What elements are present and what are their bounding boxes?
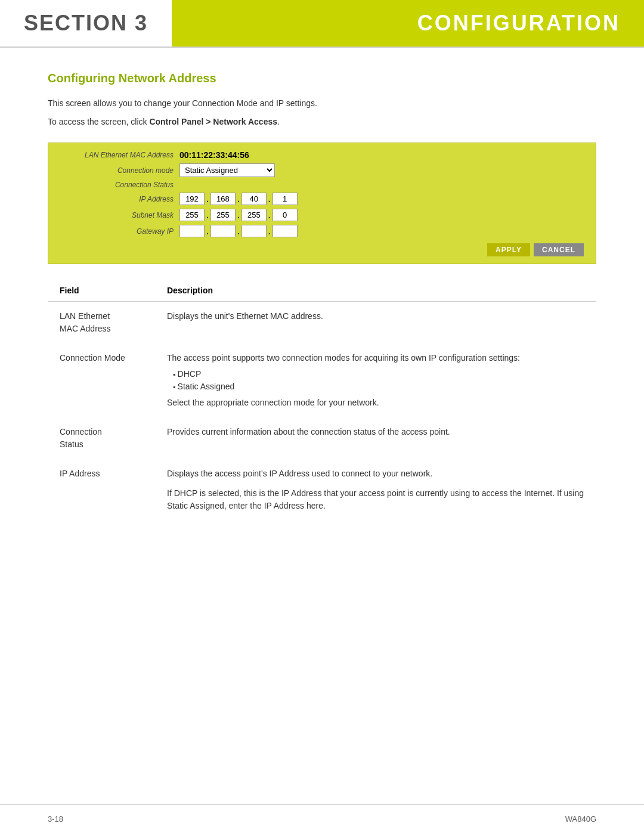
desc-status: Provides current information about the c… — [155, 417, 596, 459]
gateway-octet-1[interactable] — [179, 225, 205, 237]
section-label: SECTION 3 — [24, 11, 148, 36]
field-status: ConnectionStatus — [48, 417, 155, 459]
gateway-octet-4[interactable] — [273, 225, 298, 237]
section-title: Configuring Network Address — [48, 72, 596, 85]
subnet-octet-2[interactable] — [210, 209, 236, 221]
gateway-label: Gateway IP — [60, 227, 179, 236]
mac-label: LAN Ethernet MAC Address — [60, 151, 179, 159]
main-content: Configuring Network Address This screen … — [0, 48, 644, 562]
ip-label: IP Address — [60, 195, 179, 203]
subnet-label: Subnet Mask — [60, 211, 179, 219]
field-mode: Connection Mode — [48, 343, 155, 417]
ip-dot-3: . — [268, 194, 271, 204]
gateway-octet-2[interactable] — [210, 225, 236, 237]
gateway-ip-row: Gateway IP . . . — [60, 225, 584, 237]
intro-paragraph-1: This screen allows you to change your Co… — [48, 97, 596, 110]
ip-dot-2: . — [237, 194, 240, 204]
gateway-dot-2: . — [237, 227, 240, 236]
desc-ip: Displays the access point's IP Address u… — [155, 459, 596, 521]
bullet-static: Static Assigned — [173, 380, 584, 393]
field-mac: LAN EthernetMAC Address — [48, 302, 155, 344]
config-label: CONFIGURATION — [417, 11, 620, 36]
mac-row: LAN Ethernet MAC Address 00:11:22:33:44:… — [60, 150, 584, 160]
table-row: Connection Mode The access point support… — [48, 343, 596, 417]
mode-bullet-list: DHCP Static Assigned — [167, 368, 584, 393]
col-header-description: Description — [155, 282, 596, 302]
mode-label: Connection mode — [60, 166, 179, 175]
subnet-octet-4[interactable] — [273, 209, 298, 221]
gateway-dot-1: . — [206, 227, 209, 236]
footer-model-number: WA840G — [565, 815, 596, 823]
cancel-button[interactable]: CANCEL — [534, 243, 584, 256]
ip-dot-1: . — [206, 194, 209, 204]
mac-value: 00:11:22:33:44:56 — [179, 150, 249, 160]
gateway-octet-3[interactable] — [242, 225, 267, 237]
page-header: SECTION 3 CONFIGURATION — [0, 0, 644, 48]
ip-octet-3[interactable] — [242, 193, 267, 205]
config-buttons: APPLY CANCEL — [60, 243, 584, 256]
table-row: ConnectionStatus Provides current inform… — [48, 417, 596, 459]
ip-address-group: . . . — [179, 193, 298, 205]
subnet-dot-2: . — [237, 210, 240, 220]
gateway-ip-group: . . . — [179, 225, 298, 237]
subnet-mask-group: . . . — [179, 209, 298, 221]
section-label-block: SECTION 3 — [0, 0, 172, 47]
gateway-dot-3: . — [268, 227, 271, 236]
subnet-dot-1: . — [206, 210, 209, 220]
intro-paragraph-2: To access the screen, click Control Pane… — [48, 116, 596, 128]
desc-mac: Displays the unit's Ethernet MAC address… — [155, 302, 596, 344]
config-label-block: CONFIGURATION — [172, 0, 644, 47]
subnet-octet-3[interactable] — [242, 209, 267, 221]
ip-octet-4[interactable] — [273, 193, 298, 205]
status-label: Connection Status — [60, 181, 179, 189]
connection-mode-row: Connection mode Static Assigned DHCP — [60, 163, 584, 177]
desc-mode: The access point supports two connection… — [155, 343, 596, 417]
intro-bold: Control Panel > Network Access — [149, 117, 277, 126]
table-row: IP Address Displays the access point's I… — [48, 459, 596, 521]
description-table: Field Description LAN EthernetMAC Addres… — [48, 282, 596, 521]
ip-octet-1[interactable] — [179, 193, 205, 205]
config-panel: LAN Ethernet MAC Address 00:11:22:33:44:… — [48, 143, 596, 264]
subnet-octet-1[interactable] — [179, 209, 205, 221]
connection-status-row: Connection Status — [60, 181, 584, 189]
col-header-field: Field — [48, 282, 155, 302]
ip-address-row: IP Address . . . — [60, 193, 584, 205]
ip-octet-2[interactable] — [210, 193, 236, 205]
field-ip: IP Address — [48, 459, 155, 521]
subnet-mask-row: Subnet Mask . . . — [60, 209, 584, 221]
subnet-dot-3: . — [268, 210, 271, 220]
page-footer: 3-18 WA840G — [0, 804, 644, 833]
bullet-dhcp: DHCP — [173, 368, 584, 380]
apply-button[interactable]: APPLY — [487, 243, 530, 256]
table-row: LAN EthernetMAC Address Displays the uni… — [48, 302, 596, 344]
footer-page-number: 3-18 — [48, 815, 63, 823]
connection-mode-select[interactable]: Static Assigned DHCP — [179, 163, 275, 177]
